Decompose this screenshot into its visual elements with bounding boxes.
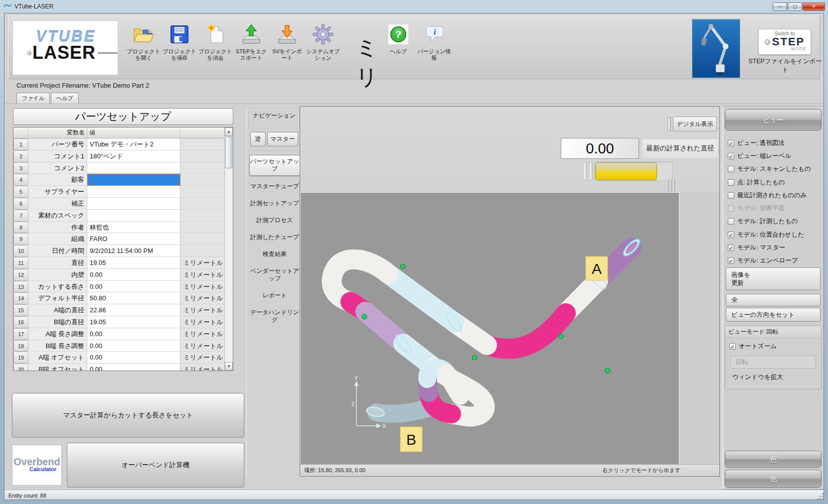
overbend-calculator-button[interactable]: オーバーベンド計算機 bbox=[67, 443, 244, 488]
scroll-thumb[interactable] bbox=[225, 136, 232, 168]
set-cut-length-button[interactable]: マスター計算からカットする長さをセット bbox=[12, 393, 244, 438]
row-number[interactable]: 12 bbox=[13, 269, 28, 281]
row-number[interactable]: 17 bbox=[13, 328, 28, 340]
import-sv-button[interactable]: SVをインポート bbox=[270, 22, 304, 61]
row-value-cell[interactable]: 19.05 bbox=[87, 257, 180, 269]
row-number[interactable]: 19 bbox=[13, 352, 28, 364]
close-button[interactable]: ✕ bbox=[803, 2, 825, 11]
row-value-cell[interactable]: 50.80 bbox=[87, 292, 180, 304]
table-row: 11直径19.05ミリメートル bbox=[13, 257, 233, 269]
row-number[interactable]: 5 bbox=[13, 186, 28, 198]
view-option-checkbox[interactable]: 点: 計算したもの bbox=[728, 176, 822, 189]
titlebar[interactable]: VTube-LASER — ▢ ✕ bbox=[0, 0, 828, 13]
version-info-button[interactable]: i バージョン情報 bbox=[415, 22, 453, 61]
view-option-checkbox[interactable]: ✓モデル: エンベロープ bbox=[728, 254, 822, 267]
update-image-button[interactable]: 画像を 更新 bbox=[726, 267, 821, 290]
open-project-button[interactable]: プロジェクトを開く bbox=[127, 22, 161, 61]
nav-item-link[interactable]: レポート bbox=[250, 289, 300, 302]
row-value-cell[interactable]: 0.00 bbox=[87, 352, 180, 364]
units-indicator[interactable]: ミリ bbox=[345, 33, 390, 92]
row-variable-name: パーツ番号 bbox=[28, 138, 87, 150]
row-value-cell[interactable] bbox=[87, 210, 180, 222]
autozoom-checkbox[interactable]: ✓ オートズーム bbox=[729, 342, 821, 351]
row-number[interactable]: 8 bbox=[13, 222, 28, 234]
row-value-cell[interactable] bbox=[87, 162, 180, 174]
view-panel-button[interactable]: ビュー bbox=[725, 109, 822, 131]
row-value-cell[interactable]: 0.00 bbox=[87, 364, 180, 371]
row-value-cell[interactable]: VTube デモ・パート2 bbox=[87, 138, 180, 150]
row-value-cell[interactable] bbox=[87, 174, 180, 186]
digital-display-button[interactable]: デジタル表示 bbox=[673, 117, 717, 131]
switch-to-step-mode-button[interactable]: Switch to STEP MODE bbox=[758, 29, 811, 55]
save-project-button[interactable]: プロジェクトを保存 bbox=[163, 22, 196, 61]
all-button[interactable]: 全 bbox=[726, 294, 821, 306]
tab-help[interactable]: ヘルプ bbox=[51, 93, 79, 104]
help-button[interactable]: ? ヘルプ bbox=[384, 22, 412, 55]
view-option-checkbox[interactable]: ✓ビュー: 透視図法 bbox=[728, 136, 822, 149]
resize-grip-lines[interactable] bbox=[668, 179, 678, 192]
row-value-cell[interactable]: 林哲也 bbox=[87, 222, 180, 234]
view-option-checkbox[interactable]: 最近計測されたもののみ bbox=[728, 189, 822, 202]
row-number[interactable]: 10 bbox=[13, 245, 28, 257]
view-option-checkbox[interactable]: モデル: スキャンしたもの bbox=[728, 163, 822, 176]
minimize-button[interactable]: — bbox=[773, 2, 787, 11]
row-number[interactable]: 20 bbox=[13, 364, 28, 371]
view-option-checkbox[interactable]: モデル: 切断平面 bbox=[728, 202, 822, 215]
maximize-button[interactable]: ▢ bbox=[788, 2, 802, 11]
row-number[interactable]: 11 bbox=[13, 257, 28, 269]
row-value-cell[interactable]: 22.86 bbox=[87, 304, 180, 316]
row-value-cell[interactable]: 0.00 bbox=[87, 328, 180, 340]
nav-item-link[interactable]: 計測セットアップ bbox=[250, 197, 300, 210]
view-option-checkbox[interactable]: モデル: 計測したもの bbox=[728, 215, 822, 228]
row-number[interactable]: 13 bbox=[13, 281, 28, 293]
row-value-cell[interactable]: 19.05 bbox=[87, 316, 180, 328]
row-value-cell[interactable]: 9/2/2012 11:54:00 PM bbox=[87, 245, 180, 257]
nav-item-link[interactable]: マスターチューブ bbox=[250, 180, 300, 193]
row-number[interactable]: 9 bbox=[13, 233, 28, 245]
row-number[interactable]: 6 bbox=[13, 198, 28, 210]
nav-item-link[interactable]: 検査結果 bbox=[250, 248, 300, 260]
row-number[interactable]: 4 bbox=[13, 174, 28, 186]
row-value-cell[interactable]: FARO bbox=[87, 233, 180, 245]
row-value-cell[interactable] bbox=[87, 198, 180, 210]
row-value-cell[interactable]: 0.00 bbox=[87, 269, 180, 281]
clear-project-button[interactable]: プロジェクトを消去 bbox=[198, 22, 232, 61]
row-number[interactable]: 15 bbox=[13, 304, 28, 316]
nav-item-link[interactable]: 計測したチューブ bbox=[250, 231, 300, 244]
tab-file[interactable]: ファイル bbox=[16, 93, 50, 104]
nav-list: パーツセットアップマスターチューブ計測セットアップ計測プロセス計測したチューブ検… bbox=[248, 155, 301, 331]
back-button[interactable]: 逆 bbox=[250, 132, 266, 146]
scroll-up-icon[interactable]: ▲ bbox=[225, 127, 233, 136]
nav-item-active[interactable]: パーツセットアップ bbox=[249, 155, 300, 176]
view-option-checkbox[interactable]: ✓モデル: 位置合わせした bbox=[728, 228, 822, 241]
panel-grip[interactable] bbox=[667, 117, 671, 131]
row-number[interactable]: 3 bbox=[13, 162, 28, 174]
row-number[interactable]: 1 bbox=[13, 138, 28, 150]
set-view-direction-button[interactable]: ビューの方向をセット bbox=[726, 308, 821, 322]
zoom-window-button[interactable]: ウィンドウを拡大 bbox=[732, 373, 821, 381]
nav-item-link[interactable]: ベンダーセットアップ bbox=[250, 265, 300, 285]
scroll-down-icon[interactable]: ▼ bbox=[225, 362, 233, 371]
3d-viewport[interactable]: Y Z X bbox=[300, 192, 679, 464]
row-number[interactable]: 7 bbox=[13, 210, 28, 222]
row-value-cell[interactable]: 0.00 bbox=[87, 340, 180, 352]
window-resize-grip[interactable] bbox=[817, 493, 824, 500]
row-value-cell[interactable] bbox=[87, 186, 180, 198]
row-number[interactable]: 16 bbox=[13, 316, 28, 328]
master-button[interactable]: マスター bbox=[267, 132, 298, 146]
view-option-checkbox[interactable]: ✓ビュー: 端レーベル bbox=[728, 149, 822, 162]
nav-item-link[interactable]: データハンドリング bbox=[250, 306, 300, 326]
row-number[interactable]: 2 bbox=[13, 150, 28, 162]
row-value-cell[interactable]: 0.00 bbox=[87, 281, 180, 293]
nav-item-link[interactable]: 計測プロセス bbox=[250, 214, 300, 227]
row-number[interactable]: 18 bbox=[13, 340, 28, 352]
table-scrollbar[interactable]: ▲ ▼ bbox=[224, 127, 233, 371]
color-button[interactable]: 色 bbox=[725, 451, 822, 468]
row-number[interactable]: 14 bbox=[13, 292, 28, 304]
other-button[interactable]: 他 bbox=[725, 470, 822, 488]
view-option-checkbox[interactable]: ✓モデル: マスター bbox=[728, 241, 822, 254]
row-value-cell[interactable]: 180°ベンド bbox=[87, 150, 180, 162]
export-step-button[interactable]: STEPをエクスポート bbox=[234, 22, 268, 61]
system-options-button[interactable]: システムオプション bbox=[306, 22, 340, 61]
table-row: 6補正 bbox=[13, 198, 233, 210]
